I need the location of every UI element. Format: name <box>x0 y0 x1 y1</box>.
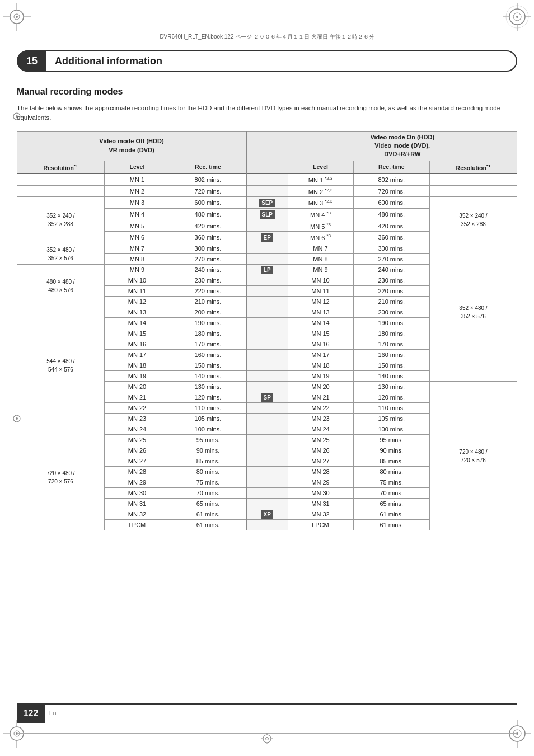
mode-badge-cell <box>246 275 288 286</box>
rectime-left-cell: 160 mins. <box>170 350 246 360</box>
rectime-left-cell: 720 mins. <box>170 185 246 197</box>
rectime-left-cell: 420 mins. <box>170 220 246 232</box>
rectime-left-cell: 802 mins. <box>170 173 246 185</box>
page-lang: En <box>45 710 56 716</box>
description-text: The table below shows the approximate re… <box>17 104 517 123</box>
level-left-cell: MN 12 <box>104 297 170 307</box>
chapter-number: 15 <box>18 50 46 72</box>
mode-badge-cell: SEP <box>246 197 288 209</box>
mode-badge: EP <box>261 233 273 242</box>
level-right-cell: MN 10 <box>288 275 353 286</box>
rectime-right-cell: 600 mins. <box>353 197 429 209</box>
level-left-cell: MN 15 <box>104 328 170 339</box>
rectime-right-cell: 210 mins. <box>353 297 429 307</box>
top-bar: DVR640H_RLT_EN.book 122 ページ ２００６年４月１１日 火… <box>17 31 517 43</box>
level-right-cell: MN 9 <box>288 265 353 275</box>
bottom-center-crosshair <box>261 733 273 746</box>
left-header: Video mode Off (HDD)VR mode (DVD) <box>17 131 246 161</box>
rectime-right-cell: 80 mins. <box>353 467 429 477</box>
resolution-right-cell: 352 × 480 /352 × 576 <box>429 243 517 382</box>
mode-badge-cell <box>246 185 288 197</box>
level-right-cell: MN 18 <box>288 360 353 371</box>
page-number: 122 <box>17 704 45 723</box>
rectime-right-cell: 105 mins. <box>353 414 429 424</box>
level-left-cell: MN 28 <box>104 467 170 477</box>
level-left-cell: MN 17 <box>104 350 170 360</box>
resolution-left-cell: 720 × 480 /720 × 576 <box>17 424 105 530</box>
rectime-right-cell: 480 mins. <box>353 209 429 220</box>
top-bar-text: DVR640H_RLT_EN.book 122 ページ ２００６年４月１１日 火… <box>160 33 374 41</box>
table-row: MN 1802 mins.MN 1 *2,3802 mins. <box>17 173 517 185</box>
mode-badge-cell <box>246 371 288 382</box>
rectime-right-cell: 180 mins. <box>353 328 429 339</box>
level-right-cell: LPCM <box>288 520 353 530</box>
rectime-right-cell: 240 mins. <box>353 265 429 275</box>
mode-badge-cell <box>246 467 288 477</box>
rectime-right-cell: 420 mins. <box>353 220 429 232</box>
col-rectime-left: Rec. time <box>170 161 246 173</box>
level-right-cell: MN 1 *2,3 <box>288 173 353 185</box>
mode-badge-cell <box>246 307 288 318</box>
mode-badge-cell <box>246 350 288 360</box>
mode-badge-cell <box>246 360 288 371</box>
resolution-right-cell: 720 × 480 /720 × 576 <box>429 382 517 530</box>
rectime-right-cell: 110 mins. <box>353 403 429 414</box>
rectime-left-cell: 90 mins. <box>170 445 246 456</box>
mode-badge-cell <box>246 382 288 392</box>
rectime-left-cell: 240 mins. <box>170 265 246 275</box>
rectime-right-cell: 140 mins. <box>353 371 429 382</box>
level-left-cell: MN 4 <box>104 209 170 220</box>
level-left-cell: MN 23 <box>104 414 170 424</box>
mode-badge-cell: SLP <box>246 209 288 220</box>
level-right-cell: MN 23 <box>288 414 353 424</box>
rectime-right-cell: 65 mins. <box>353 499 429 509</box>
rectime-right-cell: 270 mins. <box>353 254 429 265</box>
level-right-cell: MN 22 <box>288 403 353 414</box>
mode-badge-cell <box>246 318 288 328</box>
rectime-right-cell: 120 mins. <box>353 392 429 403</box>
level-left-cell: LPCM <box>104 520 170 530</box>
rectime-right-cell: 230 mins. <box>353 275 429 286</box>
rectime-right-cell: 150 mins. <box>353 360 429 371</box>
level-right-cell: MN 24 <box>288 424 353 435</box>
rectime-right-cell: 220 mins. <box>353 286 429 297</box>
svg-point-6 <box>16 16 18 18</box>
rectime-left-cell: 480 mins. <box>170 209 246 220</box>
rectime-right-cell: 720 mins. <box>353 185 429 197</box>
level-left-cell: MN 7 <box>104 243 170 254</box>
mode-header-spacer <box>246 131 288 173</box>
mode-badge-cell <box>246 403 288 414</box>
level-left-cell: MN 1 <box>104 173 170 185</box>
level-right-cell: MN 16 <box>288 339 353 350</box>
mode-badge-cell <box>246 220 288 232</box>
level-right-cell: MN 15 <box>288 328 353 339</box>
mode-badge: LP <box>261 266 273 274</box>
rectime-right-cell: 170 mins. <box>353 339 429 350</box>
svg-point-34 <box>266 738 269 740</box>
level-right-cell: MN 26 <box>288 445 353 456</box>
col-rectime-right: Rec. time <box>353 161 429 173</box>
rectime-right-cell: 61 mins. <box>353 509 429 520</box>
mode-badge-cell <box>246 488 288 499</box>
level-right-cell: MN 6 *3 <box>288 232 353 243</box>
level-right-cell: MN 8 <box>288 254 353 265</box>
mode-badge-cell: EP <box>246 232 288 243</box>
right-header: Video mode On (HDD)Video mode (DVD),DVD+… <box>288 131 517 161</box>
table-header-row: Video mode Off (HDD)VR mode (DVD) Video … <box>17 131 517 161</box>
svg-point-33 <box>263 735 271 743</box>
level-right-cell: MN 21 <box>288 392 353 403</box>
chapter-header: 15 Additional information <box>17 50 517 72</box>
rectime-left-cell: 130 mins. <box>170 382 246 392</box>
col-level-left: Level <box>104 161 170 173</box>
rectime-left-cell: 600 mins. <box>170 197 246 209</box>
mode-badge-cell <box>246 520 288 530</box>
footer-bar: 122 En <box>17 703 517 722</box>
level-left-cell: MN 32 <box>104 509 170 520</box>
rectime-left-cell: 270 mins. <box>170 254 246 265</box>
level-left-cell: MN 26 <box>104 445 170 456</box>
level-right-cell: MN 17 <box>288 350 353 360</box>
rectime-left-cell: 100 mins. <box>170 424 246 435</box>
level-left-cell: MN 13 <box>104 307 170 318</box>
main-content: Manual recording modes The table below s… <box>17 81 517 530</box>
rectime-left-cell: 210 mins. <box>170 297 246 307</box>
